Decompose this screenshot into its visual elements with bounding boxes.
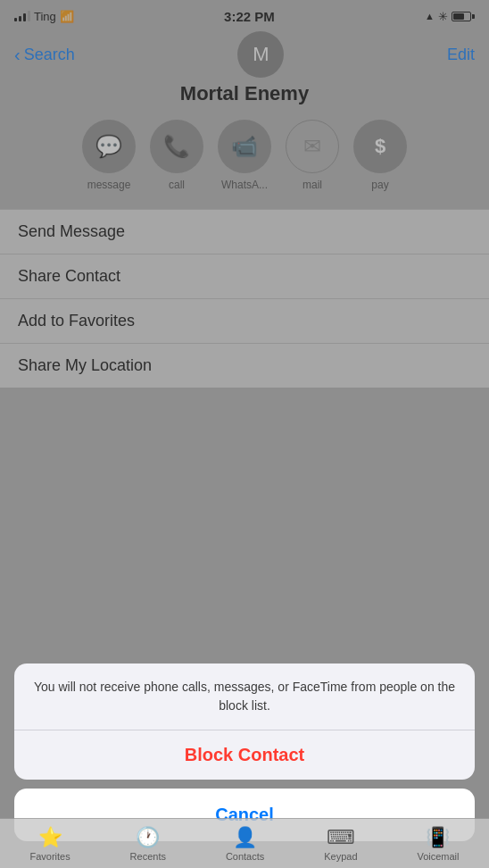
alert-message: You will not receive phone calls, messag… [14, 664, 475, 730]
contacts-label: Contacts [226, 851, 264, 862]
tab-bar: ⭐ Favorites 🕐 Recents 👤 Contacts ⌨ Keypa… [0, 818, 489, 868]
voicemail-icon: 📳 [426, 826, 450, 849]
keypad-icon: ⌨ [327, 826, 355, 849]
favorites-icon: ⭐ [38, 826, 62, 849]
recents-label: Recents [130, 851, 166, 862]
tab-voicemail[interactable]: 📳 Voicemail [417, 826, 459, 862]
contacts-icon: 👤 [233, 826, 257, 849]
tab-keypad[interactable]: ⌨ Keypad [324, 826, 357, 862]
block-contact-button[interactable]: Block Contact [14, 730, 475, 780]
recents-icon: 🕐 [136, 826, 160, 849]
overlay: You will not receive phone calls, messag… [0, 0, 489, 868]
tab-favorites[interactable]: ⭐ Favorites [29, 826, 70, 862]
tab-contacts[interactable]: 👤 Contacts [226, 826, 264, 862]
tab-recents[interactable]: 🕐 Recents [130, 826, 166, 862]
voicemail-label: Voicemail [417, 851, 459, 862]
keypad-label: Keypad [324, 851, 357, 862]
favorites-label: Favorites [29, 851, 70, 862]
alert-sheet: You will not receive phone calls, messag… [14, 664, 475, 780]
